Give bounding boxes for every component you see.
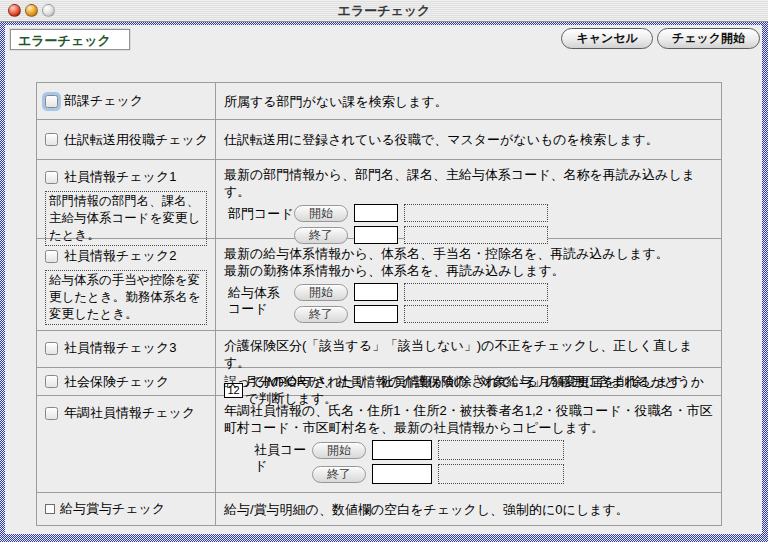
- nencho-label: 年調社員情報チェック: [64, 404, 195, 422]
- table-row: 社会保険チェック 誤ってIMPORTされたり、社員情報が削除されている月額変更届…: [37, 367, 721, 395]
- shain3-label: 社員情報チェック3: [64, 339, 176, 357]
- shain-end-input[interactable]: [372, 464, 432, 484]
- content-area: エラーチェック キャンセル チェック開始 部課チェック 所属する部門がない課を検…: [5, 25, 762, 534]
- nencho-checkbox[interactable]: [45, 407, 58, 420]
- bumon-start-input[interactable]: [354, 204, 398, 222]
- table-row: 社員情報チェック2 給与体系の手当や控除を変更したとき。勤務体系名を変更したとき…: [37, 238, 721, 330]
- shain2-checkbox[interactable]: [45, 250, 58, 263]
- shain2-description-2: 最新の勤務体系情報から、体系名を、再読み込みします。: [224, 262, 713, 279]
- kyuyo-description: 給与/賞与明細の、数値欄の空白をチェックし、強制的に0にします。: [224, 501, 629, 518]
- bumon-code-label: 部門コード: [228, 204, 294, 244]
- window-title: エラーチェック: [338, 2, 431, 20]
- close-button[interactable]: [8, 4, 21, 17]
- kyuyo-taikei-code-group: 給与体系 コード 開始 終了: [228, 283, 713, 323]
- titlebar[interactable]: エラーチェック: [0, 0, 768, 22]
- table-row: 社員情報チェック1 部門情報の部門名、課名、主給与体系コードを変更したとき。 最…: [37, 159, 721, 238]
- taikei-start-input[interactable]: [354, 283, 398, 301]
- buka-description: 所属する部門がない課を検索します。: [224, 93, 448, 110]
- shain1-label: 社員情報チェック1: [64, 168, 176, 186]
- shain2-label: 社員情報チェック2: [64, 247, 176, 265]
- shain-start-name-field: [438, 440, 564, 460]
- bumon-start-button[interactable]: 開始: [294, 205, 348, 222]
- table-row: 給与賞与チェック 給与/賞与明細の、数値欄の空白をチェックし、強制的に0にします…: [37, 492, 721, 525]
- bumon-start-name-field: [404, 204, 548, 222]
- cancel-button[interactable]: キャンセル: [561, 28, 652, 49]
- buka-checkbox[interactable]: [45, 95, 58, 108]
- bumon-code-group: 部門コード 開始 終了: [228, 204, 713, 244]
- table-row: 部課チェック 所属する部門がない課を検索します。: [37, 83, 721, 119]
- shain-start-input[interactable]: [372, 440, 432, 460]
- shakai-description: 誤ってIMPORTされたり、社員情報が削除されている月額変更届を削除します。: [224, 373, 695, 390]
- action-buttons: キャンセル チェック開始: [561, 28, 760, 49]
- kyuyo-taikei-code-label: 給与体系 コード: [228, 283, 294, 323]
- shain1-checkbox[interactable]: [45, 171, 58, 184]
- shiwake-label: 仕訳転送用役職チェック: [64, 131, 208, 149]
- shain3-description-1: 介護保険区分(「該当する」「該当しない」)の不正をチェックし、正しく直します。: [224, 331, 713, 371]
- shiwake-checkbox[interactable]: [45, 133, 58, 146]
- taikei-start-name-field: [404, 283, 548, 301]
- buka-label: 部課チェック: [64, 92, 143, 110]
- kyuyo-checkbox[interactable]: [45, 504, 55, 514]
- window-controls: [8, 4, 55, 17]
- shain-code-group: 社員コード 開始 終了: [254, 440, 713, 484]
- shain-end-name-field: [438, 464, 564, 484]
- shain2-note: 給与体系の手当や控除を変更したとき。勤務体系名を変更したとき。: [45, 270, 207, 325]
- page-title: エラーチェック: [10, 29, 130, 50]
- nencho-description: 年調社員情報の、氏名・住所1・住所2・被扶養者名1,2・役職コード・役職名・市区…: [224, 396, 713, 436]
- check-list-table: 部課チェック 所属する部門がない課を検索します。 仕訳転送用役職チェック: [36, 82, 722, 526]
- shakai-label: 社会保険チェック: [64, 373, 169, 391]
- table-row: 年調社員情報チェック 年調社員情報の、氏名・住所1・住所2・被扶養者名1,2・役…: [37, 395, 721, 492]
- table-row: 仕訳転送用役職チェック 仕訳転送用に登録されている役職で、マスターがないものを検…: [37, 119, 721, 159]
- taikei-start-button[interactable]: 開始: [294, 284, 348, 301]
- shakai-checkbox[interactable]: [45, 375, 58, 388]
- shain1-description: 最新の部門情報から、部門名、課名、主給与体系コード、名称を再読み込みします。: [224, 160, 713, 200]
- shain3-checkbox[interactable]: [45, 342, 58, 355]
- shain-end-button[interactable]: 終了: [312, 466, 366, 483]
- shiwake-description: 仕訳転送用に登録されている役職で、マスターがないものを検索します。: [224, 131, 659, 148]
- kyuyo-label: 給与賞与チェック: [60, 500, 165, 518]
- minimize-button[interactable]: [25, 4, 38, 17]
- error-check-window: エラーチェック エラーチェック キャンセル チェック開始 部課チェック: [0, 0, 768, 542]
- taikei-end-input[interactable]: [354, 305, 398, 323]
- shain-start-button[interactable]: 開始: [312, 442, 366, 459]
- taikei-end-button[interactable]: 終了: [294, 306, 348, 323]
- table-row: 社員情報チェック3 介護保険区分(「該当する」「該当しない」)の不正をチェックし…: [37, 330, 721, 367]
- shain2-description-1: 最新の給与体系情報から、体系名、手当名・控除名を、再読み込みします。: [224, 239, 713, 262]
- shain1-note: 部門情報の部門名、課名、主給与体系コードを変更したとき。: [45, 191, 207, 246]
- start-check-button[interactable]: チェック開始: [657, 28, 760, 49]
- taikei-end-name-field: [404, 305, 548, 323]
- shain-code-label: 社員コード: [254, 440, 312, 484]
- zoom-button[interactable]: [42, 4, 55, 17]
- window-frame: エラーチェック キャンセル チェック開始 部課チェック 所属する部門がない課を検…: [0, 22, 768, 542]
